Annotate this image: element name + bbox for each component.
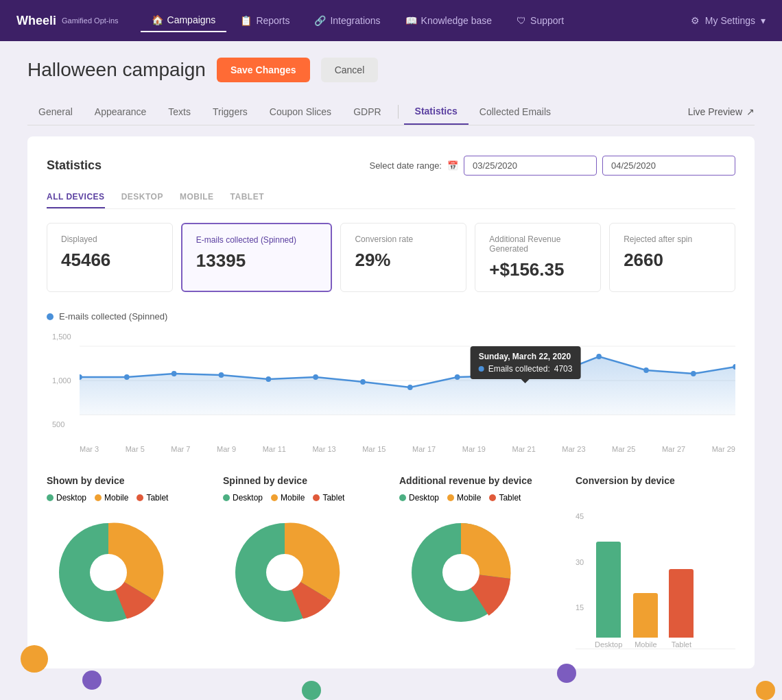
x-axis-labels: Mar 3 Mar 5 Mar 7 Mar 9 Mar 11 Mar 13 Ma… — [80, 442, 735, 453]
save-button[interactable]: Save Changes — [217, 58, 310, 82]
footer: Privacy Policy Terms of Service © Copyri… — [0, 690, 782, 700]
stat-rejected: Rejected after spin 2660 — [609, 223, 735, 292]
device-tab-tablet[interactable]: TABLET — [230, 192, 264, 208]
tab-gdpr[interactable]: GDPR — [342, 99, 392, 124]
tablet-color-3 — [489, 494, 496, 501]
legend-desktop: Desktop — [47, 493, 86, 503]
legend-mobile-3: Mobile — [447, 493, 481, 503]
date-from-input[interactable] — [464, 156, 597, 176]
date-range: Select date range: 📅 — [369, 156, 735, 176]
tooltip-label: Emails collected: — [488, 364, 550, 374]
tab-coupon-slices[interactable]: Coupon Slices — [259, 99, 342, 124]
legend-desktop-3: Desktop — [399, 493, 439, 503]
external-link-icon: ↗ — [746, 106, 755, 117]
page-header: Halloween campaign Save Changes Cancel — [27, 58, 755, 82]
tab-texts[interactable]: Texts — [157, 99, 202, 124]
legend-mobile-2: Mobile — [271, 493, 305, 503]
desktop-color — [47, 494, 54, 501]
conversion-by-device-chart: Conversion by device 45 30 15 Desktop — [576, 475, 735, 649]
device-charts-row: Shown by device Desktop Mobile Tablet — [47, 475, 735, 649]
chart-wrapper: 1,500 1,000 500 Sunday, March 22, 2020 E… — [80, 333, 735, 453]
bar-chart-bars: Desktop Mobile Tablet — [576, 512, 735, 649]
y-axis-labels: 1,500 1,000 500 — [52, 333, 71, 429]
stat-conversion-label: Conversion rate — [355, 234, 452, 244]
support-icon: 🛡 — [517, 15, 526, 26]
svg-point-7 — [266, 376, 272, 382]
device-tab-bar: ALL DEVICES DESKTOP MOBILE TABLET — [47, 192, 735, 209]
bar-chart-container: 45 30 15 Desktop Mobile — [576, 512, 735, 649]
svg-point-4 — [124, 374, 130, 380]
stats-card-title: Statistics — [47, 158, 102, 173]
legend-tablet: Tablet — [137, 493, 168, 503]
stat-rejected-label: Rejected after spin — [624, 234, 721, 244]
chart-tooltip: Sunday, March 22, 2020 Emails collected:… — [471, 346, 581, 379]
nav-settings[interactable]: ⚙ My Settings ▾ — [691, 15, 766, 26]
tab-appearance[interactable]: Appearance — [84, 99, 158, 124]
svg-point-21 — [266, 554, 303, 591]
svg-point-15 — [643, 367, 649, 373]
legend-desktop-2: Desktop — [223, 493, 263, 503]
stat-revenue-label: Additional Revenue Generated — [489, 234, 586, 254]
tab-statistics[interactable]: Statistics — [404, 99, 469, 125]
chart-legend-label: E-mails collected (Spinned) — [59, 311, 167, 322]
bar-mobile: Mobile — [633, 593, 658, 649]
desktop-bar-label: Desktop — [595, 640, 622, 649]
svg-point-19 — [90, 554, 127, 591]
revenue-chart-legend: Desktop Mobile Tablet — [399, 493, 559, 503]
svg-point-5 — [171, 371, 177, 376]
svg-point-11 — [455, 374, 460, 380]
nav-knowledge-base[interactable]: 📖 Knowledge base — [394, 9, 503, 32]
stat-rejected-value: 2660 — [624, 250, 721, 271]
stat-conversion: Conversion rate 29% — [340, 223, 466, 292]
nav-campaigns[interactable]: 🏠 Campaigns — [141, 9, 227, 32]
tablet-color — [137, 494, 143, 501]
tooltip-dot — [479, 366, 484, 372]
mobile-color-2 — [271, 494, 278, 501]
conversion-chart-title: Conversion by device — [576, 475, 735, 486]
revenue-chart-title: Additional revenue by device — [399, 475, 559, 486]
tab-general[interactable]: General — [27, 99, 84, 124]
nav-links: 🏠 Campaigns 📋 Reports 🔗 Integrations 📖 K… — [141, 9, 691, 32]
shown-pie-chart — [47, 511, 170, 634]
desktop-bar — [596, 542, 621, 638]
svg-point-16 — [691, 371, 696, 376]
tablet-color-2 — [313, 494, 320, 501]
device-tab-mobile[interactable]: MOBILE — [180, 192, 214, 208]
spinned-chart-legend: Desktop Mobile Tablet — [223, 493, 383, 503]
stat-emails: E-mails collected (Spinned) 13395 — [181, 223, 333, 292]
stat-displayed-label: Displayed — [61, 234, 158, 244]
nav-support[interactable]: 🛡 Support — [506, 9, 575, 32]
tooltip-val: 4703 — [554, 364, 573, 374]
settings-icon: ⚙ — [691, 15, 700, 26]
home-icon: 🏠 — [152, 14, 163, 25]
page-content: Halloween campaign Save Changes Cancel G… — [0, 41, 782, 685]
nav-reports[interactable]: 📋 Reports — [229, 9, 300, 32]
line-chart-section: E-mails collected (Spinned) 1,500 1,000 … — [47, 311, 735, 453]
device-tab-desktop[interactable]: DESKTOP — [121, 192, 163, 208]
bar-y-axis: 45 30 15 — [576, 512, 584, 649]
stat-displayed-value: 45466 — [61, 250, 158, 271]
revenue-pie-chart — [399, 511, 523, 634]
decorative-circle-orange — [21, 645, 48, 673]
stat-revenue-value: +$156.35 — [489, 259, 586, 280]
live-preview-button[interactable]: Live Preview ↗ — [688, 106, 755, 117]
stat-conversion-value: 29% — [355, 250, 452, 271]
svg-point-8 — [313, 374, 318, 380]
nav-integrations[interactable]: 🔗 Integrations — [303, 9, 391, 32]
desktop-color-2 — [223, 494, 230, 501]
tab-divider — [398, 105, 399, 119]
legend-mobile: Mobile — [95, 493, 128, 503]
bar-desktop: Desktop — [595, 542, 622, 649]
calendar-icon: 📅 — [447, 160, 458, 171]
device-tab-all[interactable]: ALL DEVICES — [47, 192, 105, 208]
legend-tablet-2: Tablet — [313, 493, 344, 503]
brand-logo[interactable]: Wheeli Gamified Opt-ins — [16, 14, 119, 28]
spinned-by-device-chart: Spinned by device Desktop Mobile Tablet — [223, 475, 383, 649]
tab-triggers[interactable]: Triggers — [202, 99, 259, 124]
page-title: Halloween campaign — [27, 59, 206, 81]
knowledge-icon: 📖 — [405, 15, 417, 26]
cancel-button[interactable]: Cancel — [321, 58, 379, 82]
date-to-input[interactable] — [602, 156, 735, 176]
tab-collected-emails[interactable]: Collected Emails — [469, 99, 562, 124]
integrations-icon: 🔗 — [314, 15, 326, 26]
